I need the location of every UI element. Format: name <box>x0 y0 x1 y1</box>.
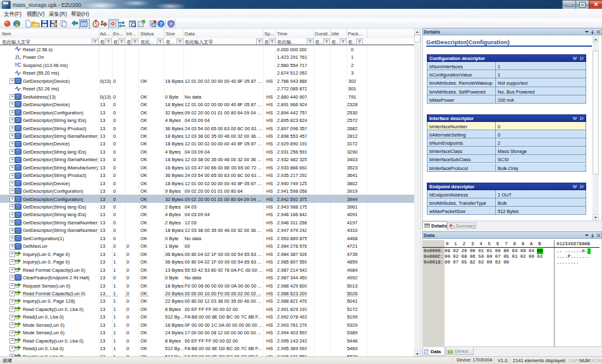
svg-text:?: ? <box>159 21 163 27</box>
svg-text:011: 011 <box>424 352 429 355</box>
